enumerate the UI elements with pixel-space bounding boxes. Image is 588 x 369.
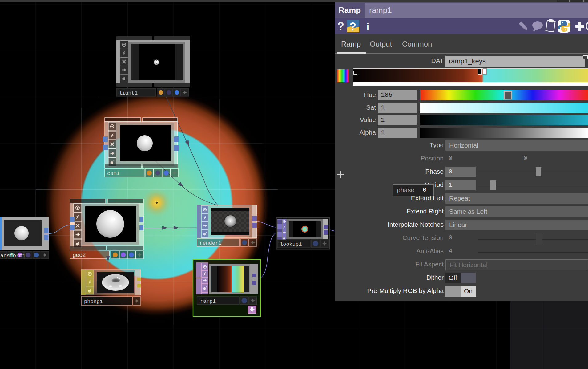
svg-text:ansform1: ansform1: [0, 253, 26, 259]
svg-text:render1: render1: [199, 240, 221, 246]
svg-text:light1: light1: [119, 90, 138, 96]
svg-text:lookup1: lookup1: [280, 241, 302, 247]
svg-text:phong1: phong1: [84, 299, 103, 305]
svg-text:?: ?: [337, 20, 344, 33]
svg-text:geo2: geo2: [73, 252, 86, 258]
svg-text:?: ?: [349, 20, 356, 33]
svg-text:cam1: cam1: [107, 171, 120, 176]
svg-text:ramp1: ramp1: [200, 298, 216, 304]
svg-text:i: i: [366, 21, 369, 32]
